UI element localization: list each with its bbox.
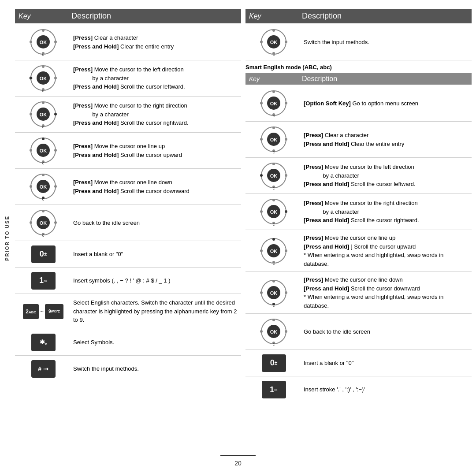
- nav-key-right: OK c: [26, 100, 61, 129]
- desc-cell: [Press] Move the cursor one line down [P…: [70, 178, 239, 195]
- left-column: Key Description: [15, 9, 241, 467]
- svg-point-43: [30, 221, 32, 224]
- svg-point-4: [54, 41, 57, 43]
- svg-text:c: c: [42, 52, 45, 56]
- table-row: OK c Go back to the idle screen: [245, 314, 472, 350]
- nav-key-idle2: OK c: [256, 317, 291, 346]
- key-cell: OK c: [247, 279, 300, 307]
- desc-cell: Switch the input methods.: [300, 38, 470, 47]
- desc-cell: [Press] Clear a character [Press and Hol…: [70, 33, 239, 51]
- num-key-0: 0±: [31, 245, 56, 263]
- svg-text:OK: OK: [270, 329, 278, 335]
- key-cell: 1 ∞: [247, 381, 300, 398]
- svg-point-19: [30, 113, 32, 115]
- svg-point-92: [285, 249, 287, 252]
- svg-text:OK: OK: [270, 173, 278, 178]
- svg-text:c: c: [42, 125, 45, 129]
- svg-text:c: c: [273, 222, 275, 226]
- svg-point-107: [260, 330, 263, 333]
- nav-key-up: OK c: [26, 136, 61, 165]
- left-table-body: OK c [Press] Clear a character [Press an…: [15, 24, 241, 467]
- svg-text:OK: OK: [40, 76, 47, 81]
- svg-point-11: [30, 77, 32, 79]
- right-sub-key-header: Key: [249, 75, 302, 82]
- svg-point-44: [54, 221, 57, 224]
- left-key-header: Key: [19, 12, 71, 20]
- key-cell: OK c: [247, 89, 300, 118]
- svg-text:OK: OK: [270, 209, 278, 215]
- svg-point-75: [260, 174, 263, 177]
- svg-point-27: [30, 149, 32, 152]
- desc-cell: [Option Soft Key] Go to option menu scre…: [300, 99, 470, 108]
- desc-cell: Insert a blank or "0": [70, 250, 239, 259]
- desc-cell: [Press] Clear a character [Press and Hol…: [300, 131, 470, 148]
- svg-point-105: [272, 319, 275, 321]
- right-sub-table-header: Key Description: [245, 73, 472, 85]
- key-cell: 0±: [17, 245, 70, 263]
- svg-text:OK: OK: [40, 40, 47, 45]
- table-row: OK c [Press] Move the cursor one line up…: [245, 230, 472, 272]
- num-key-0-right: 0±: [262, 354, 286, 372]
- svg-point-97: [272, 280, 275, 283]
- key-cell: OK c: [17, 100, 70, 129]
- table-row: OK c [Press] Move the cursor one line up…: [15, 133, 241, 169]
- key-cell: OK c: [17, 136, 70, 165]
- right-sub-desc-header: Description: [302, 75, 468, 83]
- desc-cell: [Press] Move the cursor to the right dir…: [70, 101, 239, 127]
- special-key-hash: # ⇢: [31, 360, 56, 378]
- svg-point-68: [285, 138, 287, 141]
- table-row: OK c Switch the input methods.: [245, 24, 472, 60]
- page-number-area: 20: [0, 455, 476, 469]
- range-key-2-9: 2ABC ~ 9WXYZ: [23, 304, 63, 319]
- svg-point-52: [285, 41, 287, 43]
- table-row: 0± Insert a blank or "0": [245, 350, 472, 376]
- svg-text:OK: OK: [40, 220, 47, 226]
- svg-point-20: [54, 113, 57, 115]
- table-row: 1 ∞ Insert symbols (. , − ? ! ' @ : # $ …: [15, 268, 241, 294]
- special-key-star: ✱꜀: [31, 334, 56, 351]
- nav-key-clear: OK c: [26, 28, 61, 56]
- svg-point-99: [260, 291, 263, 294]
- svg-point-67: [260, 138, 263, 141]
- desc-cell: Insert stroke '.' , ':)' , ':−)': [300, 385, 470, 394]
- desc-cell: [Press] Move the cursor one line up [Pre…: [70, 142, 239, 159]
- table-row: OK c [Press] Move the cursor to the left…: [15, 60, 241, 97]
- table-row: OK c [Press] Move the cursor to the left…: [245, 158, 472, 194]
- desc-cell: [Press] Move the cursor one line down [P…: [300, 275, 470, 310]
- nav-key-up2: OK c: [256, 237, 291, 265]
- svg-point-41: [42, 210, 45, 212]
- key-cell: OK c: [247, 125, 300, 154]
- svg-point-76: [285, 174, 287, 177]
- table-row: ✱꜀ Select Symbols.: [15, 329, 241, 356]
- nav-key-clear2: OK c: [256, 125, 291, 154]
- svg-point-84: [285, 210, 287, 213]
- desc-cell: [Press] Move the cursor one line up [Pre…: [300, 234, 470, 268]
- table-row: 1 ∞ Insert stroke '.' , ':)' , ':−)': [245, 376, 472, 403]
- key-cell: ✱꜀: [17, 334, 70, 351]
- key-cell: OK c: [17, 28, 70, 56]
- key-cell: # ⇢: [17, 360, 70, 378]
- svg-text:OK: OK: [40, 112, 47, 117]
- svg-point-83: [260, 210, 263, 213]
- key-cell: OK c: [247, 161, 300, 190]
- right-key-header: Key: [249, 12, 302, 20]
- svg-text:c: c: [42, 233, 45, 237]
- svg-point-12: [54, 77, 57, 79]
- table-row: 0± Insert a blank or "0": [15, 241, 241, 268]
- desc-cell-go-back: Go back to the idle screen: [300, 327, 470, 336]
- svg-text:c: c: [42, 89, 45, 93]
- right-desc-header: Description: [302, 11, 468, 21]
- num-key-1-right: 1 ∞: [262, 381, 286, 398]
- desc-cell: Select Symbols.: [70, 338, 239, 347]
- svg-point-3: [30, 41, 32, 43]
- key-cell: OK c: [247, 317, 300, 346]
- table-row: OK c [Option Soft Key] Go to option menu…: [245, 86, 472, 122]
- svg-text:OK: OK: [270, 40, 278, 45]
- svg-point-73: [272, 163, 275, 165]
- nav-key-idle: OK c: [26, 208, 61, 237]
- desc-cell: Select English characters. Switch the ch…: [70, 298, 239, 324]
- page-number: 20: [0, 457, 476, 469]
- svg-point-81: [272, 199, 275, 201]
- svg-point-65: [272, 126, 275, 129]
- svg-point-25: [42, 138, 45, 140]
